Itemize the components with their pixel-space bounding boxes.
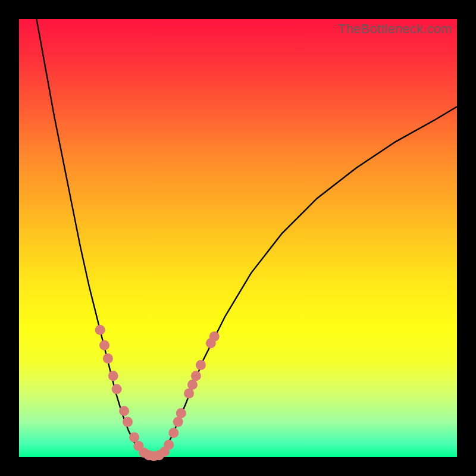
curve-right-branch: [164, 107, 457, 452]
marker-point: [173, 417, 183, 427]
marker-point: [191, 371, 201, 381]
marker-point: [123, 417, 133, 427]
marker-point: [99, 340, 109, 350]
marker-point: [103, 353, 113, 364]
marker-point: [164, 440, 174, 450]
marker-point: [187, 380, 198, 390]
marker-point: [112, 384, 122, 394]
marker-point: [129, 432, 139, 442]
marker-point: [184, 389, 194, 399]
marker-point: [108, 371, 118, 381]
marker-point: [119, 406, 129, 416]
marker-point: [168, 428, 178, 438]
watermark-text: TheBottleneck.com: [338, 21, 452, 37]
marker-group: [95, 325, 220, 461]
marker-point: [196, 360, 206, 370]
chart-plot-area: TheBottleneck.com: [19, 19, 457, 457]
marker-point: [176, 408, 186, 418]
chart-overlay: [19, 19, 457, 457]
marker-point: [95, 325, 105, 335]
chart-frame: TheBottleneck.com: [0, 0, 476, 476]
curve-left-branch: [36, 19, 142, 453]
marker-point: [209, 331, 220, 342]
